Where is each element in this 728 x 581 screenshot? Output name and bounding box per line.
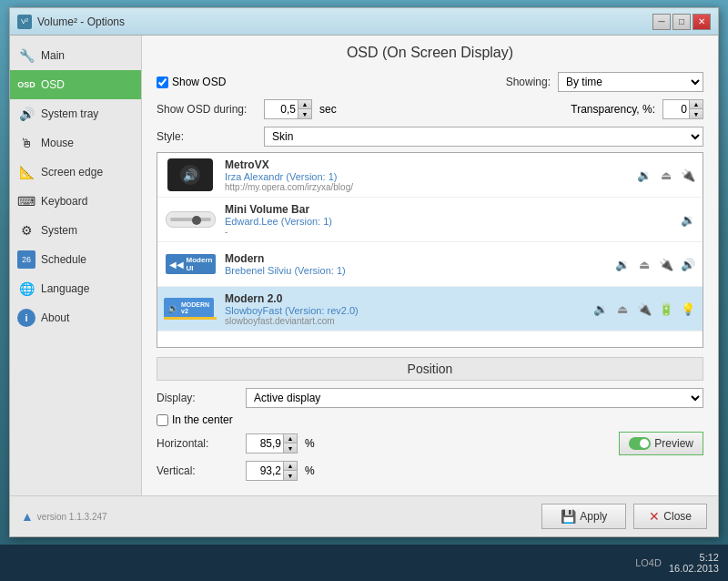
sidebar: 🔧 Main OSD OSD 🔊 System tray 🖱 Mouse 📐 S…: [10, 36, 142, 495]
maximize-button[interactable]: □: [672, 14, 691, 30]
close-window-button[interactable]: ✕: [693, 14, 711, 30]
horizontal-spinner: ▲ ▼: [246, 433, 298, 454]
transparency-down-button[interactable]: ▼: [690, 109, 703, 118]
sidebar-label-system-tray: System tray: [41, 107, 98, 120]
preview-btn-wrapper: Preview: [619, 432, 703, 455]
taskbar-icons: LO4D: [635, 557, 662, 568]
mouse-icon: 🖱: [17, 134, 35, 152]
keyboard-icon: ⌨: [17, 192, 35, 210]
showing-dropdown[interactable]: By time Always Never: [558, 72, 703, 92]
app-icon: V²: [17, 15, 32, 29]
osd-icon: OSD: [17, 76, 35, 94]
preview-label: Preview: [654, 437, 693, 450]
skin-item-metrovx[interactable]: 🔊 MetroVX Irza Alexandr (Version: 1) htt…: [157, 153, 703, 198]
transparency-section: Transparency, %: ▲ ▼: [571, 99, 703, 119]
sidebar-item-schedule[interactable]: 26 Schedule: [10, 245, 141, 274]
in-center-checkbox[interactable]: [157, 414, 168, 426]
modern2-preview-wrapper: 🔉 MODERN v2: [164, 298, 217, 320]
skin-item-modern[interactable]: ◀◀ Modern UI Modern Brebenel Silviu (Ver…: [157, 242, 703, 287]
sidebar-item-system[interactable]: ⚙ System: [10, 216, 141, 245]
modern2-usb-icon[interactable]: 🔌: [635, 300, 653, 318]
sidebar-item-mouse[interactable]: 🖱 Mouse: [10, 128, 141, 158]
modern-usb-icon[interactable]: 🔌: [657, 255, 675, 273]
sidebar-item-main[interactable]: 🔧 Main: [10, 41, 141, 70]
mini-volume-name: Mini Volume Bar: [225, 203, 672, 216]
minimize-button[interactable]: ─: [652, 14, 671, 30]
modern2-audio-icon[interactable]: 🔉: [592, 300, 610, 318]
preview-toggle-icon: [629, 437, 651, 450]
sidebar-label-main: Main: [41, 49, 65, 62]
modern2-preview-box: 🔉 MODERN v2: [164, 298, 214, 318]
vertical-unit: %: [305, 464, 315, 477]
mini-preview-box: [166, 211, 216, 228]
horizontal-up-button[interactable]: ▲: [284, 434, 297, 443]
taskbar-clock: 5:12 16.02.2013: [669, 552, 719, 574]
skin-item-mini-volume[interactable]: Mini Volume Bar Edward.Lee (Version: 1) …: [157, 198, 703, 242]
horizontal-input[interactable]: [247, 437, 283, 450]
metrovx-info: MetroVX Irza Alexandr (Version: 1) http:…: [225, 158, 628, 192]
show-osd-label: Show OSD: [172, 76, 226, 88]
in-center-checkbox-group: In the center: [157, 413, 233, 426]
skin-item-modern2[interactable]: 🔉 MODERN v2 Modern 2.0 SlowboyFast (Vers…: [157, 287, 703, 331]
apply-button[interactable]: 💾 Apply: [541, 504, 626, 529]
title-buttons: ─ □ ✕: [652, 14, 711, 30]
transparency-up-button[interactable]: ▲: [690, 100, 703, 109]
modern-name: Modern: [225, 252, 606, 265]
schedule-icon: 26: [17, 250, 35, 269]
style-label: Style:: [157, 130, 257, 143]
sidebar-item-about[interactable]: i About: [10, 303, 141, 332]
metrovx-audio-icon[interactable]: 🔉: [635, 166, 653, 184]
sidebar-item-system-tray[interactable]: 🔊 System tray: [10, 99, 141, 128]
show-osd-during-label: Show OSD during:: [157, 103, 257, 116]
position-section-title: Position: [157, 357, 703, 381]
version-icon: ▲: [21, 509, 34, 524]
sidebar-label-language: Language: [41, 282, 89, 295]
modern-eject-icon[interactable]: ⏏: [635, 255, 653, 273]
in-center-label: In the center: [172, 413, 233, 426]
sidebar-label-system: System: [41, 224, 77, 237]
modern2-info: Modern 2.0 SlowboyFast (Version: rev2.0)…: [225, 292, 584, 326]
metrovx-usb-icon[interactable]: 🔌: [679, 166, 697, 184]
style-dropdown[interactable]: Skin Classic Modern: [264, 127, 703, 147]
duration-down-button[interactable]: ▼: [298, 109, 311, 118]
modern2-bulb-icon[interactable]: 💡: [679, 300, 697, 318]
skin-preview-metrovx: 🔊: [163, 157, 217, 193]
vertical-label: Vertical:: [157, 464, 238, 477]
osd-section-title: OSD (On Screen Display): [157, 45, 703, 61]
transparency-spinner: ▲ ▼: [662, 99, 703, 119]
display-row: Display: Active display Primary display …: [157, 388, 703, 408]
show-osd-checkbox[interactable]: [157, 76, 168, 88]
skin-preview-modern2: 🔉 MODERN v2: [163, 290, 217, 327]
duration-up-button[interactable]: ▲: [298, 100, 311, 109]
horizontal-row: Horizontal: ▲ ▼ % Preview: [157, 432, 703, 455]
mini-volume-author: Edward.Lee (Version: 1): [225, 216, 672, 227]
vertical-up-button[interactable]: ▲: [284, 462, 297, 471]
dialog-body: 🔧 Main OSD OSD 🔊 System tray 🖱 Mouse 📐 S…: [10, 36, 718, 495]
modern-audio-icon[interactable]: 🔉: [613, 255, 632, 273]
horizontal-down-button[interactable]: ▼: [284, 443, 297, 453]
display-dropdown[interactable]: Active display Primary display Display 1…: [246, 388, 703, 408]
duration-input[interactable]: [265, 103, 298, 116]
close-button[interactable]: ✕ Close: [633, 504, 707, 529]
preview-button[interactable]: Preview: [619, 432, 703, 455]
metrovx-eject-icon[interactable]: ⏏: [657, 166, 675, 184]
mini-audio-icon[interactable]: 🔉: [679, 210, 697, 229]
transparency-input[interactable]: [663, 103, 689, 116]
vertical-down-button[interactable]: ▼: [284, 471, 297, 480]
skin-list[interactable]: 🔊 MetroVX Irza Alexandr (Version: 1) htt…: [157, 152, 703, 348]
modern2-name: Modern 2.0: [225, 292, 584, 305]
duration-spinner-buttons: ▲ ▼: [298, 100, 311, 118]
modern-speaker2-icon[interactable]: 🔊: [679, 255, 697, 273]
horizontal-label: Horizontal:: [157, 437, 238, 450]
duration-spinner: ▲ ▼: [264, 99, 312, 119]
show-osd-during-row: Show OSD during: ▲ ▼ sec Transparency, %…: [157, 99, 703, 119]
modern2-eject-icon[interactable]: ⏏: [613, 300, 632, 318]
sidebar-item-screen-edge[interactable]: 📐 Screen edge: [10, 158, 141, 187]
modern2-battery-icon[interactable]: 🔋: [657, 300, 675, 318]
sidebar-item-language[interactable]: 🌐 Language: [10, 274, 141, 303]
modern-actions: 🔉 ⏏ 🔌 🔊: [613, 255, 697, 273]
window-title: Volume² - Options: [37, 15, 125, 28]
sidebar-item-osd[interactable]: OSD OSD: [10, 70, 141, 99]
sidebar-item-keyboard[interactable]: ⌨ Keyboard: [10, 187, 141, 216]
vertical-input[interactable]: [247, 464, 283, 477]
